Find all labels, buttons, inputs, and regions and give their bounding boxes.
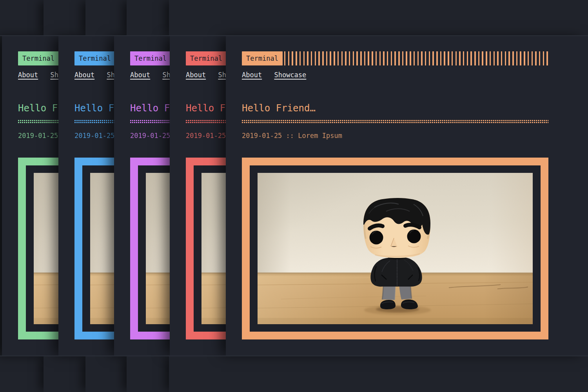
main-nav: About Showcase (242, 71, 314, 79)
framed-image (242, 158, 548, 339)
gallery-strip-segment (44, 0, 85, 36)
site-logo[interactable]: Terminal (74, 51, 115, 65)
figurine-photo (258, 173, 533, 324)
gallery-strip-segment (127, 0, 169, 36)
gallery-strip-segment (169, 0, 588, 36)
theme-gallery-collage: Terminal About Showcase Hello Friend… 20… (0, 0, 588, 392)
gallery-strip-segment (85, 356, 127, 392)
row-seam-bottom (0, 356, 588, 356)
header-bars-decoration (284, 51, 548, 65)
gallery-strip-segment (169, 356, 588, 392)
title-dotted-divider (242, 120, 548, 123)
post-title[interactable]: Hello Friend… (242, 103, 316, 114)
gallery-strip-segment (0, 356, 44, 392)
post-date-meta: 2019-01-25 :: Lorem Ipsum (242, 131, 342, 140)
site-logo[interactable]: Terminal (186, 51, 227, 65)
gallery-row-partial-bottom (0, 356, 588, 392)
nav-link-about[interactable]: About (74, 71, 94, 79)
site-logo[interactable]: Terminal (18, 51, 59, 65)
gallery-strip-segment (0, 0, 44, 36)
nav-link-about[interactable]: About (130, 71, 150, 79)
gallery-strip-segment (85, 0, 127, 36)
gallery-row-partial-top (0, 0, 588, 36)
nav-link-about[interactable]: About (18, 71, 38, 79)
site-logo[interactable]: Terminal (242, 51, 283, 65)
site-logo[interactable]: Terminal (130, 51, 171, 65)
nav-link-showcase[interactable]: Showcase (274, 71, 306, 79)
gallery-strip-segment (127, 356, 169, 392)
nav-link-about[interactable]: About (242, 71, 262, 79)
row-seam-top (0, 35, 588, 36)
nav-link-about[interactable]: About (186, 71, 206, 79)
gallery-strip-segment (44, 356, 85, 392)
theme-preview-panel-orange: Terminal About Showcase Hello Friend… 20… (226, 36, 588, 356)
